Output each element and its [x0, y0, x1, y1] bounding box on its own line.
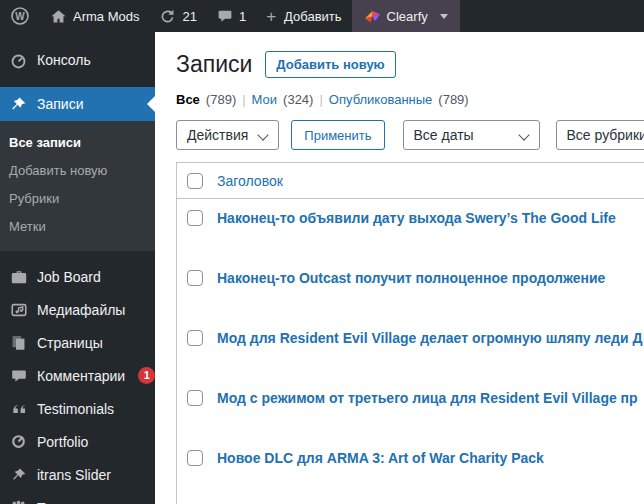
comments-count: 1	[239, 9, 246, 24]
site-name-menu[interactable]: Arma Mods	[40, 0, 149, 32]
media-icon	[9, 300, 28, 319]
post-title-link[interactable]: Мод для Resident Evil Village делает огр…	[213, 319, 642, 346]
sidebar-item-label: Комментарии	[37, 368, 125, 384]
post-title-link[interactable]: Наконец-то объявили дату выхода Swery’s …	[213, 199, 616, 226]
sidebar-item-label: Team	[37, 500, 71, 504]
comments-pending-badge: 1	[138, 367, 155, 384]
portfolio-icon	[9, 432, 28, 451]
sidebar-item-dashboard[interactable]: Консоль	[0, 43, 155, 77]
row-checkbox[interactable]	[187, 270, 203, 286]
row-checkbox[interactable]	[187, 330, 203, 346]
sidebar-item-team[interactable]: Team	[0, 491, 155, 504]
category-filter-value: Все рубрики	[567, 127, 644, 143]
post-title-link[interactable]: Новое DLC для ARMA 3: Art of War Charity…	[213, 439, 544, 466]
filter-all-count: (789)	[206, 92, 236, 107]
row-checkbox-cell	[177, 319, 213, 346]
dashboard-gauge-icon	[9, 51, 28, 70]
sidebar-item-label: Portfolio	[37, 434, 88, 450]
filter-separator: |	[319, 92, 322, 107]
post-title-link[interactable]: Наконец-то Outcast получит полноценное п…	[213, 259, 605, 286]
chevron-down-icon	[440, 14, 448, 19]
filter-all-link[interactable]: Все	[176, 92, 200, 107]
new-content-menu[interactable]: + Добавить	[256, 0, 351, 32]
table-row: Новое DLC для ARMA 3: Art of War Charity…	[177, 439, 644, 499]
row-checkbox[interactable]	[187, 210, 203, 226]
updates-menu[interactable]: 21	[149, 0, 206, 32]
select-all-checkbox[interactable]	[187, 173, 203, 189]
sidebar-item-media[interactable]: Медиафайлы	[0, 293, 155, 326]
comment-bubble-icon	[217, 8, 233, 24]
table-row: Наконец-то объявили дату выхода Swery’s …	[177, 199, 644, 259]
date-filter-value: Все даты	[414, 127, 474, 143]
sidebar-item-label: Страницы	[37, 335, 103, 351]
row-checkbox-cell	[177, 259, 213, 286]
svg-text:W: W	[15, 11, 25, 22]
wordpress-logo-menu[interactable]: W	[0, 0, 40, 32]
post-title-link[interactable]: Мод с режимом от третьего лица для Resid…	[213, 379, 638, 406]
date-filter-select[interactable]: Все даты	[403, 120, 540, 150]
sidebar-item-comments[interactable]: Комментарии 1	[0, 359, 155, 392]
table-nav-toolbar: Действия Применить Все даты Все рубрики	[176, 120, 644, 150]
sidebar-item-pages[interactable]: Страницы	[0, 326, 155, 359]
filter-label: Все	[176, 92, 200, 107]
sidebar-item-testimonials[interactable]: Testimonials	[0, 392, 155, 425]
briefcase-icon	[9, 267, 28, 286]
sidebar-item-job-board[interactable]: Job Board	[0, 260, 155, 293]
submenu-all-posts[interactable]: Все записи	[0, 129, 155, 157]
title-column-header[interactable]: Заголовок	[213, 173, 283, 189]
comment-bubble-icon	[9, 366, 28, 385]
sidebar-item-itrans-slider[interactable]: itrans Slider	[0, 458, 155, 491]
select-all-cell	[177, 173, 213, 189]
admin-sidebar: Консоль Записи Все записи Добавить новую…	[0, 32, 155, 504]
posts-submenu: Все записи Добавить новую Рубрики Метки	[0, 121, 155, 251]
apply-button[interactable]: Применить	[291, 120, 384, 150]
clearfy-menu[interactable]: Clearfy	[352, 0, 460, 32]
filter-mine-count: (324)	[283, 92, 313, 107]
filter-mine-link[interactable]: Мои	[252, 92, 277, 107]
bulk-actions-select[interactable]: Действия	[176, 120, 279, 150]
filter-label: Опубликованные	[329, 92, 433, 107]
row-checkbox-cell	[177, 379, 213, 406]
posts-list-table: Заголовок Наконец-то объявили дату выход…	[176, 162, 644, 504]
pages-icon	[9, 333, 28, 352]
submenu-tags[interactable]: Метки	[0, 213, 155, 241]
row-checkbox[interactable]	[187, 450, 203, 466]
home-icon	[50, 8, 67, 25]
post-status-filters: Все (789) | Мои (324) | Опубликованные (…	[176, 92, 644, 107]
bulk-actions-value: Действия	[187, 127, 248, 143]
category-filter-select[interactable]: Все рубрики	[556, 120, 644, 150]
team-groups-icon	[9, 498, 28, 504]
filter-separator: |	[242, 92, 245, 107]
main-content: Записи Добавить новую Все (789) | Мои (3…	[155, 32, 644, 504]
table-row: Мод с режимом от третьего лица для Resid…	[177, 379, 644, 439]
sidebar-item-label: Медиафайлы	[37, 302, 125, 318]
table-header-row: Заголовок	[177, 163, 644, 199]
pushpin-icon	[9, 465, 28, 484]
wordpress-logo-icon: W	[10, 6, 30, 26]
add-new-post-button[interactable]: Добавить новую	[265, 51, 395, 78]
row-checkbox[interactable]	[187, 390, 203, 406]
site-name-label: Arma Mods	[73, 9, 139, 24]
clearfy-label: Clearfy	[387, 9, 428, 24]
sidebar-item-label: Записи	[37, 96, 83, 112]
filter-published-count: (789)	[438, 92, 468, 107]
sidebar-item-label: Testimonials	[37, 401, 114, 417]
table-row: Мод для Resident Evil Village делает огр…	[177, 319, 644, 379]
submenu-categories[interactable]: Рубрики	[0, 185, 155, 213]
submenu-add-new[interactable]: Добавить новую	[0, 157, 155, 185]
table-filler	[177, 499, 644, 504]
comments-menu[interactable]: 1	[207, 0, 256, 32]
sidebar-item-portfolio[interactable]: Portfolio	[0, 425, 155, 458]
filter-published-link[interactable]: Опубликованные	[329, 92, 433, 107]
updates-count: 21	[182, 9, 196, 24]
updates-icon	[159, 8, 176, 25]
sidebar-item-label: Job Board	[37, 269, 101, 285]
admin-bar: W Arma Mods 21 1 + Добавить Clearfy	[0, 0, 644, 32]
filter-label: Мои	[252, 92, 277, 107]
pushpin-icon	[9, 95, 28, 114]
page-header: Записи Добавить новую	[176, 49, 644, 79]
sidebar-item-posts[interactable]: Записи	[0, 87, 155, 121]
quote-icon	[9, 399, 28, 418]
table-row: Наконец-то Outcast получит полноценное п…	[177, 259, 644, 319]
clearfy-logo-icon	[364, 9, 381, 24]
